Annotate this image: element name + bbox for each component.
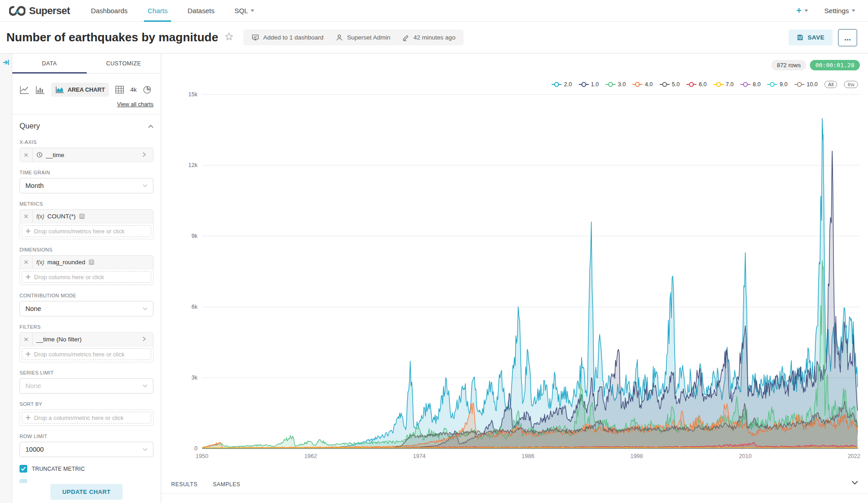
filter-pill[interactable]: __time (No filter) (20, 333, 153, 346)
modified-meta[interactable]: 42 minutes ago (402, 34, 455, 41)
sort-by-drop-zone[interactable]: Drop a column/metric here or click (22, 412, 151, 424)
legend-marker-icon (660, 82, 670, 87)
legend-invert-button[interactable]: Inv (844, 81, 858, 88)
legend-item[interactable]: 8.0 (740, 81, 760, 88)
line-chart-icon[interactable] (20, 85, 30, 94)
legend-item[interactable]: 4.0 (632, 81, 652, 88)
clock-icon (36, 152, 43, 158)
filters-drop-zone[interactable]: Drop columns/metrics here or click (22, 348, 151, 360)
bar-chart-icon[interactable] (35, 85, 45, 94)
remove-icon[interactable] (20, 148, 33, 162)
legend-marker-icon (686, 82, 696, 87)
save-label: SAVE (808, 34, 824, 41)
viztype-label: AREA CHART (68, 87, 105, 93)
table-icon[interactable] (115, 85, 124, 94)
legend-marker-icon (606, 82, 616, 87)
nav-charts[interactable]: Charts (148, 0, 168, 22)
legend-item[interactable]: 10.0 (794, 81, 818, 88)
legend-select-all-button[interactable]: All (824, 81, 837, 88)
legend-item[interactable]: 5.0 (660, 81, 680, 88)
tab-customize[interactable]: CUSTOMIZE (87, 54, 161, 73)
remove-icon[interactable] (20, 333, 33, 346)
dashboard-icon (252, 34, 259, 41)
infinity-logo-icon (9, 6, 25, 16)
viztype-row: AREA CHART 4k (20, 83, 153, 97)
legend-marker-icon (767, 82, 777, 87)
chart-legend: 2.01.03.04.05.06.07.08.09.010.0AllInv (552, 81, 858, 88)
legend-item[interactable]: 6.0 (686, 81, 706, 88)
owner-label: Superset Admin (347, 34, 390, 41)
legend-item[interactable]: 7.0 (714, 81, 734, 88)
favorite-star-icon[interactable] (225, 32, 233, 43)
metrics-drop-zone[interactable]: Drop columns/metrics here or click (22, 225, 151, 237)
legend-label: 4.0 (645, 81, 652, 88)
collapse-results-icon[interactable] (852, 478, 858, 487)
series-limit-select[interactable]: None (20, 378, 153, 394)
tab-results[interactable]: RESULTS (171, 481, 197, 488)
new-item-button[interactable]: + (796, 5, 808, 16)
owner-meta[interactable]: Superset Admin (335, 34, 390, 41)
area-chart-svg[interactable]: 03k6k9k12k15k195019621974198619982010202… (161, 81, 868, 471)
nav-dashboards[interactable]: Dashboards (91, 0, 128, 22)
svg-text:3k: 3k (192, 375, 198, 381)
legend-item[interactable]: 3.0 (606, 81, 626, 88)
save-button[interactable]: SAVE (789, 30, 833, 45)
query-section-title: Query (20, 122, 40, 130)
control-label: SERIES LIMIT (20, 370, 153, 375)
time-grain-select[interactable]: Month (20, 178, 153, 193)
dimension-pill[interactable]: f(x) mag_rounded (20, 256, 153, 269)
control-metrics: METRICS f(x) COUNT(*) (20, 201, 153, 239)
control-label: FILTERS (20, 324, 153, 330)
xaxis-value-pill[interactable]: __time (20, 148, 153, 162)
control-filters: FILTERS __time (No filter) (20, 324, 153, 362)
nav-sql[interactable]: SQL (234, 0, 254, 22)
svg-text:6k: 6k (192, 304, 198, 310)
view-all-charts-link[interactable]: View all charts (20, 101, 153, 108)
viztype-selected[interactable]: AREA CHART (51, 83, 109, 97)
dimensions-drop-zone[interactable]: Drop columns here or click (22, 271, 151, 283)
legend-marker-icon (794, 82, 804, 87)
legend-label: 9.0 (779, 81, 787, 88)
settings-menu[interactable]: Settings (824, 7, 855, 15)
viztype-4k[interactable]: 4k (130, 86, 137, 93)
control-contribution-mode: CONTRIBUTION MODE None (20, 293, 153, 316)
svg-text:12k: 12k (188, 162, 198, 168)
legend-label: 5.0 (672, 81, 680, 88)
query-timer-badge: 00:00:01.28 (810, 60, 860, 70)
pie-chart-icon[interactable] (143, 85, 152, 94)
filter-value: __time (No filter) (36, 336, 82, 343)
collapse-section-icon[interactable] (148, 124, 153, 128)
drop-hint: Drop a column/metric here or click (34, 414, 123, 421)
nav-datasets[interactable]: Datasets (187, 0, 214, 22)
row-limit-select[interactable]: 10000 (20, 442, 153, 457)
metric-pill[interactable]: f(x) COUNT(*) (20, 210, 153, 223)
tab-samples[interactable]: SAMPLES (213, 481, 240, 488)
dashboards-meta[interactable]: Added to 1 dashboard (252, 34, 324, 41)
svg-text:1986: 1986 (522, 453, 534, 459)
svg-text:2022: 2022 (848, 453, 860, 459)
superset-logo[interactable]: Superset (9, 5, 70, 17)
legend-item[interactable]: 9.0 (767, 81, 787, 88)
dashboard-count-label: Added to 1 dashboard (263, 34, 324, 41)
drop-hint: Drop columns here or click (34, 274, 104, 281)
expand-panel-icon[interactable] (2, 59, 10, 66)
remove-icon[interactable] (20, 256, 33, 269)
chevron-down-icon (143, 385, 148, 388)
legend-item[interactable]: 2.0 (552, 81, 572, 88)
svg-text:0: 0 (194, 445, 197, 452)
update-chart-button[interactable]: UPDATE CHART (50, 484, 122, 500)
dataset-column-icon (79, 213, 85, 219)
data-panel: DATA CUSTOMIZE AREA CHART (12, 54, 161, 503)
area-chart-icon (55, 86, 64, 94)
series-limit-placeholder: None (25, 382, 41, 390)
row-limit-value: 10000 (25, 446, 44, 453)
tab-data[interactable]: DATA (12, 54, 87, 73)
control-label: SORT BY (20, 401, 153, 407)
more-actions-button[interactable]: ... (838, 29, 857, 46)
control-row-limit: ROW LIMIT 10000 (20, 434, 153, 457)
user-icon (335, 34, 343, 41)
legend-item[interactable]: 1.0 (579, 81, 599, 88)
remove-icon[interactable] (20, 210, 33, 223)
truncate-metric-checkbox[interactable]: TRUNCATE METRIC (20, 465, 153, 473)
contribution-mode-select[interactable]: None (20, 301, 153, 316)
